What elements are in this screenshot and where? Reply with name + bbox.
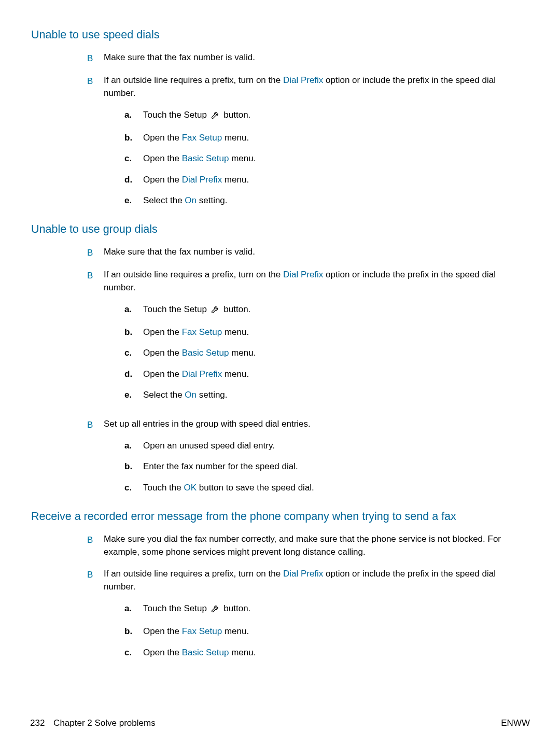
text: Make sure that the fax number is valid.	[104, 247, 255, 257]
sub-marker: d.	[124, 368, 143, 381]
text: Make sure you dial the fax number correc…	[104, 534, 501, 557]
text: Touch the Setup	[143, 603, 209, 613]
text: Open the	[143, 648, 182, 657]
list-item: ВMake sure you dial the fax number corre…	[87, 532, 529, 559]
sub-text: Select the On setting.	[143, 194, 228, 207]
sub-text: Open the Basic Setup menu.	[143, 646, 256, 659]
bullet-list: ВMake sure that the fax number is valid.…	[87, 245, 529, 502]
sub-marker: c.	[124, 346, 143, 360]
page-footer: 232 Chapter 2 Solve problems ENWW	[30, 718, 530, 728]
text: menu.	[222, 626, 249, 636]
sub-marker: b.	[124, 131, 143, 145]
sub-list-item: e.Select the On setting.	[124, 388, 529, 402]
sub-list-item: b.Open the Fax Setup menu.	[124, 131, 529, 145]
list-item-text: Make sure that the fax number is valid.	[104, 245, 529, 259]
sub-marker: e.	[124, 194, 143, 207]
list-item-text: If an outside line requires a prefix, tu…	[104, 567, 529, 594]
footer-right: ENWW	[501, 718, 530, 728]
link-text: Dial Prefix	[182, 369, 222, 379]
text: Open the	[143, 369, 182, 379]
page-content: Unable to use speed dialsВMake sure that…	[0, 0, 560, 691]
sub-marker: a.	[124, 602, 143, 615]
link-text: Fax Setup	[182, 327, 222, 337]
link-text: Dial Prefix	[283, 270, 323, 279]
list-item-text: Make sure you dial the fax number correc…	[104, 532, 529, 559]
sub-list-item: e.Select the On setting.	[124, 194, 529, 207]
text: menu.	[222, 327, 249, 337]
link-text: Basic Setup	[182, 348, 229, 358]
text: Touch the Setup	[143, 304, 209, 314]
sub-marker: a.	[124, 108, 143, 122]
text: button to save the speed dial.	[197, 483, 314, 493]
text: button.	[221, 304, 251, 314]
bullet-marker: В	[87, 52, 104, 65]
sub-marker: c.	[124, 481, 143, 495]
bullet-marker: В	[87, 533, 104, 547]
wrench-icon	[211, 304, 220, 318]
text: If an outside line requires a prefix, tu…	[104, 75, 283, 85]
link-text: Fax Setup	[182, 626, 222, 636]
text: menu.	[222, 133, 249, 143]
link-text: Dial Prefix	[283, 569, 323, 579]
list-item: ВSet up all entries in the group with sp…	[87, 417, 529, 502]
link-text: Dial Prefix	[283, 75, 323, 85]
text: If an outside line requires a prefix, tu…	[104, 270, 283, 279]
text: Make sure that the fax number is valid.	[104, 52, 255, 62]
text: Open an unused speed dial entry.	[143, 441, 275, 451]
wrench-icon	[211, 110, 220, 124]
list-item-text: Make sure that the fax number is valid.	[104, 51, 529, 64]
sub-text: Select the On setting.	[143, 388, 228, 402]
sub-marker: e.	[124, 388, 143, 402]
text: Open the	[143, 133, 182, 143]
text: setting.	[197, 390, 228, 400]
sub-text: Touch the OK button to save the speed di…	[143, 481, 314, 495]
text: button.	[221, 110, 251, 120]
link-text: Fax Setup	[182, 133, 222, 143]
section-heading: Receive a recorded error message from th…	[31, 510, 529, 523]
list-item: ВIf an outside line requires a prefix, t…	[87, 74, 529, 215]
sub-marker: b.	[124, 625, 143, 638]
link-text: OK	[184, 483, 197, 493]
sub-text: Touch the Setup button.	[143, 602, 250, 617]
footer-left: 232 Chapter 2 Solve problems	[30, 718, 156, 728]
sub-text: Touch the Setup button.	[143, 303, 250, 318]
sub-marker: d.	[124, 173, 143, 187]
sub-marker: a.	[124, 439, 143, 453]
text: menu.	[229, 153, 256, 163]
sub-list-item: c.Open the Basic Setup menu.	[124, 152, 529, 165]
sub-text: Open the Basic Setup menu.	[143, 346, 256, 360]
sub-list-item: c.Open the Basic Setup menu.	[124, 346, 529, 360]
text: Open the	[143, 175, 182, 185]
text: menu.	[222, 175, 249, 185]
sub-marker: b.	[124, 326, 143, 339]
sub-text: Touch the Setup button.	[143, 108, 250, 124]
list-item-body: Make sure that the fax number is valid.	[104, 51, 529, 64]
sub-list-item: b.Enter the fax number for the speed dia…	[124, 460, 529, 473]
bullet-marker: В	[87, 246, 104, 260]
bullet-list: ВMake sure that the fax number is valid.…	[87, 51, 529, 215]
sub-list-item: d.Open the Dial Prefix menu.	[124, 368, 529, 381]
text: menu.	[229, 348, 256, 358]
bullet-marker: В	[87, 75, 104, 88]
wrench-icon	[211, 603, 220, 617]
chapter-label: Chapter 2 Solve problems	[53, 718, 156, 728]
sub-list: a.Touch the Setup button.b.Open the Fax …	[124, 602, 529, 659]
sub-list: a.Touch the Setup button.b.Open the Fax …	[124, 108, 529, 208]
sub-text: Open the Basic Setup menu.	[143, 152, 256, 165]
list-item-body: Make sure that the fax number is valid.	[104, 245, 529, 259]
list-item-body: Set up all entries in the group with spe…	[104, 417, 529, 502]
text: Open the	[143, 626, 182, 636]
link-text: Dial Prefix	[182, 175, 222, 185]
bullet-marker: В	[87, 418, 104, 432]
sub-list-item: a.Touch the Setup button.	[124, 303, 529, 318]
text: Open the	[143, 153, 182, 163]
sub-list-item: b.Open the Fax Setup menu.	[124, 625, 529, 638]
sub-list-item: d.Open the Dial Prefix menu.	[124, 173, 529, 187]
sub-list-item: c.Open the Basic Setup menu.	[124, 646, 529, 659]
sub-marker: b.	[124, 460, 143, 473]
list-item: ВIf an outside line requires a prefix, t…	[87, 268, 529, 410]
sub-marker: c.	[124, 646, 143, 659]
sub-text: Open the Fax Setup menu.	[143, 625, 249, 638]
sub-list-item: b.Open the Fax Setup menu.	[124, 326, 529, 339]
sub-text: Open the Dial Prefix menu.	[143, 173, 249, 187]
